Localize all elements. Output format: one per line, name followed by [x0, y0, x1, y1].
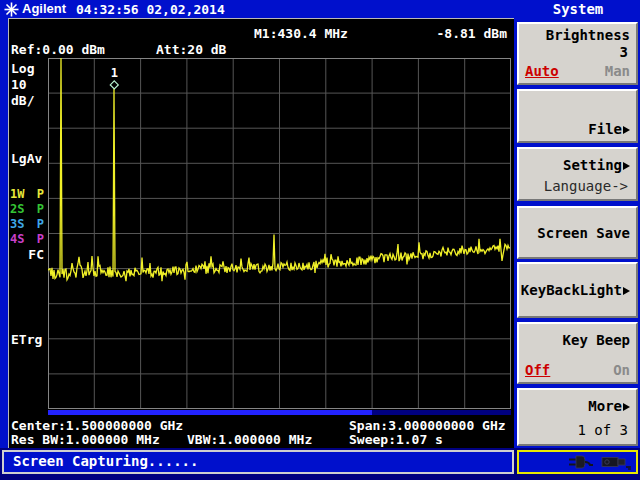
usb-icon	[601, 454, 631, 470]
brightness-value: 3	[620, 44, 628, 60]
scale-unit-label: dB/	[11, 93, 34, 108]
marker-readout-level: -8.81 dBm	[437, 26, 507, 41]
trace-indicators: 1WP2SP3SP4SP	[10, 187, 44, 247]
softkey-setting[interactable]: Setting Language->	[517, 147, 638, 201]
sweep-progress-track	[48, 410, 511, 415]
rbw-label: Res BW:1.000000 MHz	[11, 432, 160, 447]
option-auto[interactable]: Auto	[525, 63, 559, 79]
option-off[interactable]: Off	[525, 362, 550, 378]
top-bar: Agilent 04:32:56 02,02,2014 System	[0, 0, 640, 18]
softkey-more[interactable]: More 1 of 3	[517, 388, 638, 446]
softkey-file[interactable]: File	[517, 89, 638, 143]
option-man[interactable]: Man	[605, 63, 630, 79]
power-plug-icon	[569, 454, 596, 470]
marker-1-label: 1	[111, 66, 118, 80]
trace-indicator-row: 2SP	[10, 202, 44, 217]
softkey-keybacklight[interactable]: KeyBackLight	[517, 262, 638, 318]
trigger-mode-label: ETrg	[11, 332, 42, 347]
span-label: Span:3.000000000 GHz	[349, 418, 506, 433]
softkey-title: More	[588, 398, 622, 414]
option-on[interactable]: On	[613, 362, 630, 378]
datetime-display: 04:32:56 02,02,2014	[76, 2, 225, 17]
submenu-arrow-icon	[623, 403, 630, 411]
softkey-key-beep[interactable]: Key Beep Off On	[517, 322, 638, 384]
trace-indicator-row: 3SP	[10, 217, 44, 232]
bottom-status-bar: Screen Capturing......	[0, 448, 640, 480]
spectrum-display: M1:430.4 MHz -8.81 dBm Ref:0.00 dBm Att:…	[8, 18, 514, 448]
trace-indicator-row: 4SP	[10, 232, 44, 247]
trace-indicator-row: 1WP	[10, 187, 44, 202]
center-freq-label: Center:1.500000000 GHz	[11, 418, 183, 433]
attenuation-label: Att:20 dB	[156, 42, 226, 57]
softkey-page-indicator: 1 of 3	[577, 422, 628, 438]
marker-1-diamond-icon	[110, 81, 118, 89]
softkey-subtitle: Language->	[544, 178, 628, 194]
status-message-box: Screen Capturing......	[2, 450, 514, 474]
softkey-brightness[interactable]: Brightness 3 Auto Man	[517, 22, 638, 85]
menu-title: System	[516, 1, 640, 17]
scale-type-label: Log	[11, 61, 34, 76]
softkey-title: Setting	[563, 157, 622, 173]
softkey-title: File	[588, 121, 622, 137]
sweep-time-label: Sweep:1.07 s	[349, 432, 443, 447]
submenu-arrow-icon	[623, 126, 630, 134]
average-mode-label: LgAv	[11, 151, 42, 166]
marker-readout-freq: M1:430.4 MHz	[254, 26, 348, 41]
softkey-title: Key Beep	[563, 332, 630, 348]
peripheral-status-box	[517, 450, 638, 474]
softkey-title: KeyBackLight	[521, 282, 622, 298]
graticule-and-trace: 1	[48, 58, 511, 409]
vbw-label: VBW:1.000000 MHz	[187, 432, 312, 447]
submenu-arrow-icon	[623, 162, 630, 170]
freq-count-label: FC	[10, 247, 44, 262]
scale-value-label: 10	[11, 77, 27, 92]
softkey-menu: Brightness 3 Auto Man File Setting Langu…	[516, 18, 640, 448]
softkey-title: Screen Save	[537, 225, 630, 241]
softkey-title: Brightness	[546, 27, 630, 43]
softkey-screen-save[interactable]: Screen Save	[517, 206, 638, 259]
ref-level-label: Ref:0.00 dBm	[11, 42, 105, 57]
brand-logo-text: Agilent	[22, 1, 66, 16]
submenu-arrow-icon	[623, 287, 630, 295]
sweep-progress-fill	[48, 410, 372, 415]
